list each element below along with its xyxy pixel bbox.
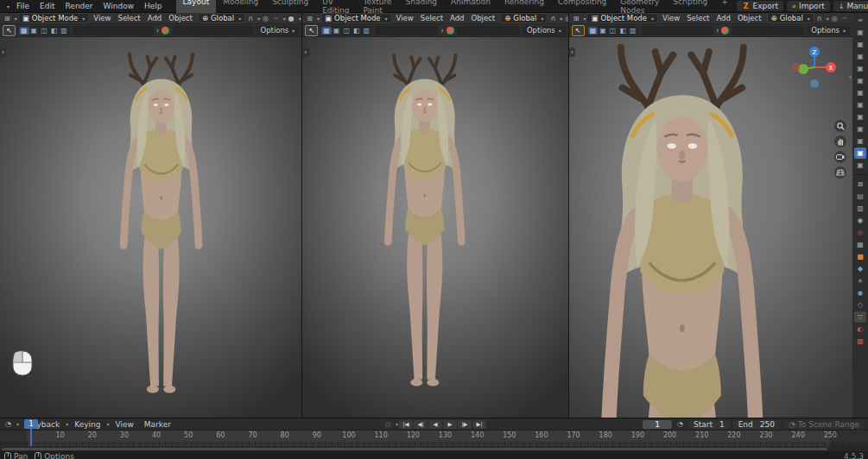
viewport-menu-item[interactable]: Add [713, 14, 733, 22]
chevron-down-icon[interactable]: ▾ [15, 16, 17, 22]
tool-sphere-icon[interactable] [721, 27, 729, 35]
camera-icon[interactable]: ▣ [854, 111, 866, 123]
options-dropdown[interactable]: Options▾ [523, 26, 566, 35]
camera-icon[interactable]: ▣ [854, 75, 866, 86]
tool-sphere-icon[interactable] [447, 27, 454, 35]
viewport-menu-item[interactable]: View [659, 14, 683, 22]
play-button[interactable]: ▶ [443, 420, 457, 429]
camera-icon[interactable]: ▣ [854, 135, 866, 147]
viewlayer-properties-icon[interactable]: ▥ [854, 203, 866, 214]
shading-wire-icon[interactable]: ○ [850, 15, 852, 22]
menu-item[interactable]: Window [98, 2, 140, 10]
expand-icon[interactable]: › [716, 27, 719, 35]
texture-properties-icon[interactable]: ▩ [854, 336, 866, 347]
camera-icon[interactable]: ▣ [854, 160, 866, 171]
select-mode-icon[interactable]: ▦ [321, 27, 332, 35]
select-mode-icon[interactable]: ◧ [618, 27, 628, 35]
select-mode-icon[interactable]: ◫ [341, 27, 352, 35]
proportional-editing-icon[interactable]: ◎ [261, 15, 270, 22]
camera-icon[interactable]: ▣ [854, 99, 866, 110]
chevron-down-icon[interactable]: ▾ [299, 16, 301, 22]
next-keyframe-button[interactable]: |▶ [458, 420, 472, 429]
constraint-properties-icon[interactable]: ◇ [854, 299, 866, 311]
world-properties-icon[interactable]: ◎ [854, 227, 866, 238]
viewport-menu-item[interactable]: Select [417, 14, 447, 22]
expand-icon[interactable]: › [440, 27, 443, 35]
menu-item[interactable]: Help [139, 2, 168, 10]
select-mode-icon[interactable]: ◧ [352, 27, 362, 35]
viewport-1-canvas[interactable]: › [0, 37, 301, 418]
select-mode-icon[interactable]: ▣ [332, 27, 342, 35]
viewport-menu-item[interactable]: Object [734, 14, 765, 22]
toolbar-expand-icon[interactable]: › [302, 47, 308, 57]
current-frame-field[interactable]: 1 [643, 420, 672, 429]
camera-icon[interactable]: ▣ [854, 27, 866, 38]
snap-magnet-icon[interactable]: ∩ [246, 15, 255, 22]
camera-icon[interactable]: ▣ [854, 87, 866, 98]
jump-to-start-button[interactable]: |◀ [399, 420, 413, 429]
mode-dropdown[interactable]: ▣ Object Mode ▾ [586, 13, 658, 23]
viewport-2-canvas[interactable]: › [302, 37, 567, 418]
chevron-down-icon[interactable]: ▾ [257, 16, 260, 22]
physics-properties-icon[interactable]: ◉ [854, 287, 866, 299]
logo-chevron-icon[interactable]: ▾ [7, 3, 10, 9]
select-mode-icon[interactable]: ▥ [362, 27, 372, 35]
tweak-tool-button[interactable]: ↖ [305, 25, 318, 36]
prev-keyframe-button[interactable]: ◀| [414, 420, 428, 429]
camera-icon[interactable]: ▣ [854, 51, 866, 62]
chevron-down-icon[interactable]: ▾ [560, 16, 562, 22]
timeline-ruler[interactable]: 1020304050607080901001101201301401501601… [0, 431, 868, 442]
viewport-menu-item[interactable]: View [90, 14, 114, 22]
chevron-down-icon[interactable]: ▾ [827, 16, 829, 22]
select-mode-icon[interactable]: ▣ [598, 27, 608, 35]
snap-magnet-icon[interactable]: ∩ [815, 15, 824, 22]
editor-type-icon[interactable]: ⊞ [3, 15, 12, 22]
auto-key-icon[interactable]: ○ [383, 420, 393, 429]
mode-dropdown[interactable]: ▣ Object Mode ▾ [18, 13, 90, 23]
perspective-grid-icon[interactable] [834, 167, 846, 179]
editor-type-icon[interactable]: ◔ [3, 420, 13, 428]
viewport-menu-item[interactable]: Object [165, 14, 196, 22]
toolbar-expand-icon[interactable]: › [0, 47, 6, 57]
snap-magnet-icon[interactable]: ∩ [548, 15, 557, 22]
viewport-menu-item[interactable]: Object [467, 14, 498, 22]
chevron-down-icon[interactable]: ▾ [583, 16, 586, 22]
tweak-tool-button[interactable]: ↖ [572, 25, 585, 36]
camera-icon[interactable]: ▣ [854, 39, 866, 50]
end-frame-field[interactable]: End250 [733, 420, 780, 429]
proportional-editing-icon[interactable]: ◎ [830, 15, 839, 22]
select-mode-icon[interactable]: ▥ [59, 27, 69, 35]
to-scene-range-button[interactable]: ◔ To Scene Range [783, 420, 865, 429]
tweak-tool-button[interactable]: ↖ [3, 25, 16, 36]
output-properties-icon[interactable]: ▤ [854, 191, 866, 202]
select-mode-icon[interactable]: ▦ [19, 27, 29, 35]
proportional-editing-icon[interactable]: ◎ [563, 15, 567, 22]
tool-properties-icon[interactable]: ⊠ [854, 179, 866, 190]
select-mode-icon[interactable]: ◫ [39, 27, 49, 35]
play-reverse-button[interactable]: ◀ [428, 420, 442, 429]
chevron-down-icon[interactable]: ▾ [317, 16, 320, 22]
marker-menu[interactable]: Marker [140, 420, 175, 429]
keying-menu[interactable]: Keying [70, 420, 105, 429]
editor-type-icon[interactable]: ⊞ [572, 15, 581, 22]
viewport-3-canvas[interactable]: › ‹ Z X [569, 37, 852, 418]
material-properties-icon[interactable]: ◐ [854, 324, 866, 335]
view-menu[interactable]: View [111, 420, 137, 429]
playhead-line[interactable] [30, 429, 32, 446]
menu-item[interactable]: Render [60, 2, 98, 10]
orientation-dropdown[interactable]: ⊕ Global ▾ [500, 13, 548, 23]
select-mode-icon[interactable]: ▣ [29, 27, 40, 35]
chevron-down-icon[interactable]: ▾ [16, 421, 19, 427]
sidebar-collapse-icon[interactable]: ‹ [849, 73, 852, 81]
viewport-menu-item[interactable]: Select [114, 14, 143, 22]
timeline-scrollbar[interactable] [0, 447, 868, 451]
tool-sphere-icon[interactable] [162, 27, 169, 35]
select-mode-icon[interactable]: ▥ [628, 27, 638, 35]
export-button[interactable]: Z Export [737, 1, 783, 11]
viewport-menu-item[interactable]: Add [447, 14, 467, 22]
object-data-properties-icon[interactable]: ▽ [854, 311, 866, 323]
scrollbar-handle[interactable] [2, 448, 827, 450]
import-button[interactable]: » Import [787, 1, 830, 11]
editor-type-icon[interactable]: ≡ [854, 15, 866, 26]
start-frame-field[interactable]: Start1 [688, 420, 730, 429]
